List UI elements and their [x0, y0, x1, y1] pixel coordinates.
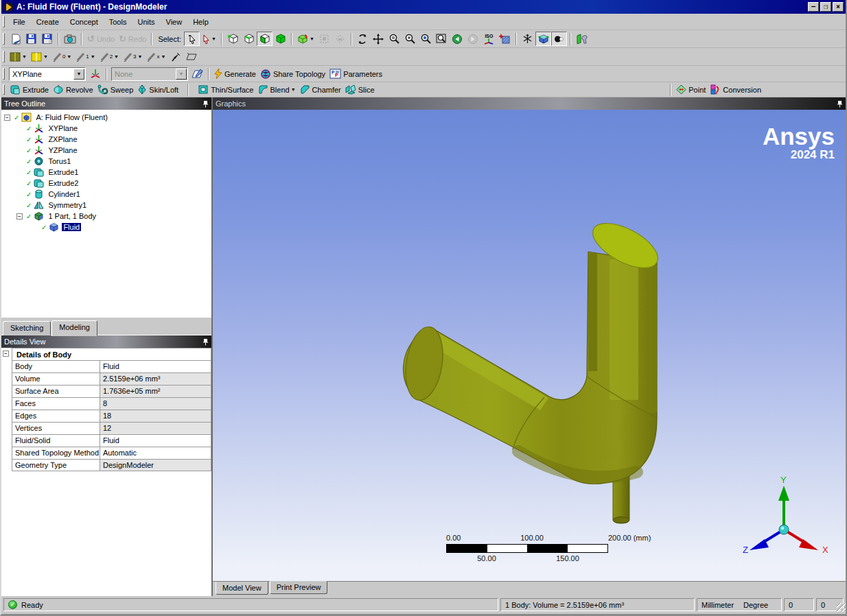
point-button[interactable]: Point — [674, 82, 708, 97]
wireframe-toggle-button[interactable] — [520, 32, 535, 46]
skin-loft-button[interactable]: Skin/Loft — [135, 82, 181, 97]
look-at-button[interactable] — [574, 32, 590, 46]
pin-icon[interactable] — [837, 100, 843, 108]
toolbar4-grip[interactable] — [3, 84, 5, 95]
tree-item-extrude1[interactable]: ✓ Extrude1 — [1, 167, 211, 178]
thin-surface-button[interactable]: Thin/Surface — [196, 82, 255, 97]
menu-create[interactable]: Create — [31, 16, 65, 28]
select-adjacent-button[interactable] — [184, 32, 200, 46]
menu-file[interactable]: File — [8, 16, 31, 28]
tab-sketching[interactable]: Sketching — [3, 321, 51, 335]
blend-dropdown[interactable]: Blend▼ — [256, 82, 298, 97]
pan-button[interactable] — [371, 32, 386, 46]
pin-icon[interactable] — [202, 100, 209, 108]
chamfer-button[interactable]: Chamfer — [298, 82, 343, 97]
box-select-button[interactable] — [316, 32, 332, 46]
extend-selection-dropdown[interactable]: ▼ — [295, 32, 316, 46]
menu-units[interactable]: Units — [132, 16, 160, 28]
next-view-button[interactable] — [465, 32, 481, 46]
tree-item-extrude2[interactable]: ✓ Extrude2 — [1, 178, 211, 189]
menu-help[interactable]: Help — [187, 16, 214, 28]
share-topology-button[interactable]: Share Topology — [258, 67, 327, 81]
plane-color-swatch-dropdown[interactable]: ▼ — [8, 49, 29, 64]
tree-item-part[interactable]: − ✓ 1 Part, 1 Body — [1, 211, 211, 222]
select-vertex-button[interactable] — [225, 32, 241, 46]
parameters-button[interactable]: PP Parameters — [327, 67, 384, 81]
select-edge-button[interactable] — [241, 32, 257, 46]
select-face-button[interactable] — [257, 32, 272, 46]
minimize-button[interactable]: – — [808, 2, 819, 12]
snap-button[interactable] — [167, 49, 183, 64]
select-mode-dropdown[interactable]: ▼ — [200, 32, 218, 46]
expander-icon[interactable]: − — [4, 115, 10, 121]
toolbar2-grip[interactable] — [3, 51, 5, 63]
active-plane-select[interactable]: XYPlane ▼ — [9, 67, 86, 81]
new-sketch-button[interactable] — [8, 32, 23, 46]
previous-view-button[interactable] — [450, 32, 465, 46]
tab-modeling[interactable]: Modeling — [51, 320, 97, 336]
tab-print-preview[interactable]: Print Preview — [270, 581, 328, 594]
expander-icon[interactable]: − — [16, 213, 23, 220]
tree-item-yzplane[interactable]: ✓ YZPlane — [1, 145, 211, 156]
menu-tools[interactable]: Tools — [104, 16, 132, 28]
revolve-button[interactable]: Revolve — [51, 82, 95, 97]
save-button[interactable] — [23, 32, 39, 46]
grid-2-dropdown[interactable]: 2▼ — [97, 49, 121, 64]
tab-model-view[interactable]: Model View — [216, 582, 268, 595]
zoom-fit-button[interactable] — [418, 32, 434, 46]
active-sketch-select[interactable]: None ▼ — [111, 67, 188, 81]
grid-x-dropdown[interactable]: x▼ — [144, 49, 167, 64]
tree-item-symmetry1[interactable]: ✓ Symmetry1 — [1, 200, 211, 211]
select-body-button[interactable] — [272, 32, 288, 46]
toolbar1-grip[interactable] — [3, 33, 5, 45]
image-capture-button[interactable] — [62, 32, 78, 46]
tree-item-torus1[interactable]: ✓ Torus1 — [1, 156, 211, 167]
tree-item-fluid[interactable]: ✓ Fluid — [1, 222, 211, 233]
triad-x-axis[interactable]: X — [784, 530, 828, 555]
new-sketch-tool-button[interactable] — [189, 67, 205, 81]
sketch-color-swatch-dropdown[interactable]: ▼ — [29, 49, 50, 64]
details-expander-icon[interactable]: − — [3, 351, 9, 357]
sweep-button[interactable]: Sweep — [95, 82, 136, 97]
details-group-title[interactable]: Details of Body — [12, 348, 211, 360]
undo-button[interactable]: ↺Undo — [85, 32, 117, 46]
rotate-view-button[interactable] — [355, 32, 371, 46]
grid-0-dropdown[interactable]: 0▼ — [50, 49, 73, 64]
isometric-view-button[interactable]: ISO — [481, 32, 497, 46]
orientation-triad[interactable]: Y Z X — [741, 476, 831, 562]
plane-display-button[interactable] — [497, 32, 513, 46]
slice-button[interactable]: Slice — [343, 82, 377, 97]
menu-grip[interactable] — [3, 16, 5, 27]
tree-item-zxplane[interactable]: ✓ ZXPlane — [1, 134, 211, 145]
3d-viewport[interactable]: Ansys 2024 R1 — [213, 110, 846, 581]
triad-y-axis[interactable]: Y — [778, 476, 789, 530]
pin-icon[interactable] — [202, 338, 209, 346]
maximize-button[interactable]: ❐ — [820, 2, 831, 12]
tree-item-xyplane[interactable]: ✓ XYPlane — [1, 123, 211, 134]
toolbar3-grip[interactable] — [3, 68, 5, 79]
tree-item-project[interactable]: − ✓ A: Fluid Flow (Fluent) — [1, 112, 211, 123]
lasso-select-button[interactable] — [332, 32, 348, 46]
redo-button[interactable]: ↻Redo — [117, 32, 148, 46]
conversion-button[interactable]: Conversion — [708, 82, 763, 97]
box-zoom-button[interactable] — [434, 32, 450, 46]
generate-button[interactable]: Generate — [212, 67, 258, 81]
plane-axis-button[interactable] — [87, 67, 103, 81]
extrude-button[interactable]: Extrude — [8, 82, 51, 97]
grid-1-dropdown[interactable]: 1▼ — [73, 49, 97, 64]
vertex-display-button[interactable] — [551, 32, 567, 46]
plane-outline-button[interactable] — [183, 49, 199, 64]
menu-view[interactable]: View — [161, 16, 188, 28]
triad-z-axis[interactable]: Z — [743, 530, 784, 555]
grid-3-dropdown[interactable]: 3▼ — [121, 49, 144, 64]
shaded-view-button[interactable] — [535, 32, 551, 46]
zoom-button[interactable] — [386, 32, 402, 46]
zoom-in-button[interactable] — [402, 32, 418, 46]
tree-item-cylinder1[interactable]: ✓ Cylinder1 — [1, 189, 211, 200]
selected-body-label[interactable]: Fluid — [62, 223, 81, 231]
plane-combo-arrow-icon[interactable]: ▼ — [73, 69, 84, 80]
resize-grip[interactable] — [837, 603, 846, 612]
menu-concept[interactable]: Concept — [65, 16, 104, 28]
save-as-button[interactable] — [39, 32, 55, 46]
close-button[interactable]: × — [833, 2, 844, 12]
